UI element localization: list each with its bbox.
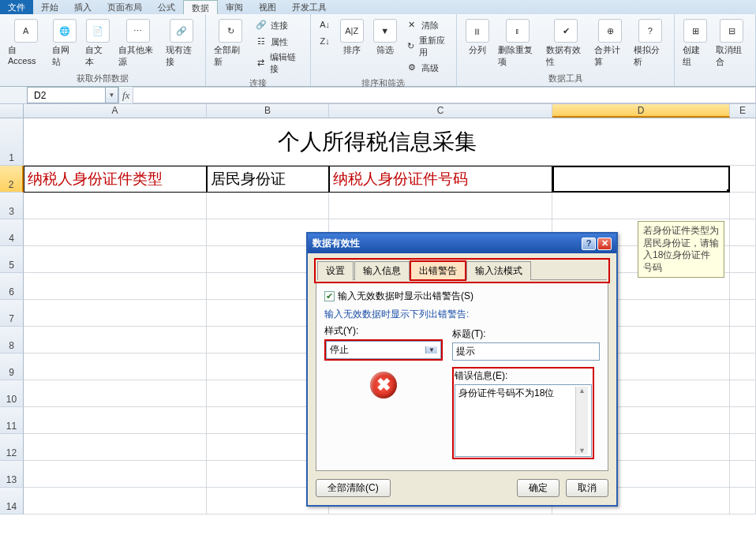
ribbon-group-outline: ⊞创建组 ⊟取消组合 — [675, 14, 756, 86]
remove-dup-button[interactable]: ⫾删除重复项 — [495, 17, 541, 69]
formula-input[interactable] — [133, 87, 756, 103]
error-msg-textarea[interactable]: 身份证件号码不为18位 ▲▼ — [455, 384, 592, 457]
col-header-d[interactable]: D — [552, 104, 730, 118]
ok-button[interactable]: 确定 — [517, 479, 560, 497]
formula-bar-row: D2 ▼ fx — [0, 87, 756, 104]
group-label-tools: 数据工具 — [462, 71, 669, 84]
ribbon-tab-formulas[interactable]: 公式 — [150, 0, 183, 14]
dialog-tabs: 设置 输入信息 出错警告 输入法模式 — [317, 261, 607, 280]
ungroup-button[interactable]: ⊟取消组合 — [713, 17, 750, 69]
row-header-6[interactable]: 6 — [0, 273, 24, 300]
stop-error-icon: ✖ — [370, 372, 397, 398]
group-label-outline — [679, 73, 750, 84]
row-header-1[interactable]: 1 — [0, 118, 24, 166]
cell-title[interactable]: 个人所得税信息采集 — [24, 118, 730, 166]
cell-e2[interactable] — [730, 166, 756, 193]
from-access-button[interactable]: A自 Access — [5, 17, 47, 67]
ribbon-group-external-data: A自 Access 🌐自网站 📄自文本 ⋯自其他来源 🔗现有连接 获取外部数据 — [0, 14, 206, 86]
section-label: 输入无效数据时显示下列出错警告: — [324, 308, 600, 321]
clear-filter-button[interactable]: ✕清除 — [402, 17, 451, 33]
row-header-4[interactable]: 4 — [0, 219, 24, 246]
ribbon-group-connections: ↻全部刷新 🔗连接 ☷属性 ⇄编辑链接 连接 — [206, 14, 310, 86]
spreadsheet-grid: A B C D E 1 个人所得税信息采集 2 纳税人身份证件类型 居民身份证 … — [0, 104, 756, 514]
clear-all-button[interactable]: 全部清除(C) — [316, 479, 391, 497]
show-error-label: 输入无效数据时显示出错警告(S) — [338, 290, 473, 303]
advanced-filter-button[interactable]: ⚙高级 — [402, 60, 451, 76]
ribbon-tab-insert[interactable]: 插入 — [66, 0, 99, 14]
textarea-scrollbar[interactable]: ▲▼ — [575, 387, 588, 455]
fx-icon[interactable]: fx — [122, 89, 129, 102]
dialog-tab-input-msg[interactable]: 输入信息 — [354, 261, 410, 280]
data-validation-button[interactable]: ✔数据有效性 — [543, 17, 589, 69]
from-text-button[interactable]: 📄自文本 — [82, 17, 114, 69]
row-header-10[interactable]: 10 — [0, 380, 24, 407]
sort-asc-button[interactable]: A↓ — [316, 17, 335, 33]
name-box[interactable]: D2 — [27, 87, 106, 103]
dialog-tab-error-alert[interactable]: 出错警告 — [410, 261, 466, 280]
style-label: 样式(Y): — [324, 324, 443, 338]
col-header-e[interactable]: E — [730, 104, 756, 118]
reapply-button[interactable]: ↻重新应用 — [402, 34, 451, 59]
cell-a2[interactable]: 纳税人身份证件类型 — [24, 166, 207, 193]
connections-button[interactable]: 🔗连接 — [252, 17, 305, 33]
sort-desc-button[interactable]: Z↓ — [316, 34, 335, 50]
ribbon: A自 Access 🌐自网站 📄自文本 ⋯自其他来源 🔗现有连接 获取外部数据 … — [0, 14, 756, 87]
data-validation-dialog: 数据有效性 ? ✕ 设置 输入信息 出错警告 输入法模式 ✔ 输入无效数据时显示… — [306, 232, 618, 507]
dialog-help-button[interactable]: ? — [582, 238, 596, 250]
title-label: 标题(T): — [452, 327, 600, 341]
filter-button[interactable]: ▼筛选 — [369, 17, 401, 58]
row-header-2[interactable]: 2 — [0, 166, 24, 193]
row-header-7[interactable]: 7 — [0, 300, 24, 327]
cell-d2-active[interactable] — [552, 166, 730, 193]
col-header-c[interactable]: C — [329, 104, 552, 118]
dialog-title-text: 数据有效性 — [313, 237, 360, 250]
ribbon-tab-view[interactable]: 视图 — [251, 0, 284, 14]
ribbon-tab-strip: 文件 开始 插入 页面布局 公式 数据 审阅 视图 开发工具 — [0, 0, 756, 14]
row-header-5[interactable]: 5 — [0, 246, 24, 273]
cell-c2[interactable]: 纳税人身份证件号码 — [329, 166, 552, 193]
cell-b2[interactable]: 居民身份证 — [207, 166, 329, 193]
input-message-tooltip: 若身份证件类型为居民身份证，请输入18位身份证件号码 — [638, 221, 724, 278]
from-other-button[interactable]: ⋯自其他来源 — [115, 17, 162, 69]
consolidate-button[interactable]: ⊕合并计算 — [591, 17, 630, 69]
dialog-tab-settings[interactable]: 设置 — [317, 261, 354, 280]
ribbon-tab-data[interactable]: 数据 — [183, 0, 218, 14]
properties-button[interactable]: ☷属性 — [252, 34, 305, 50]
col-header-b[interactable]: B — [207, 104, 329, 118]
row-header-9[interactable]: 9 — [0, 354, 24, 380]
ribbon-tab-dev[interactable]: 开发工具 — [284, 0, 335, 14]
sort-button[interactable]: A|Z排序 — [336, 17, 368, 58]
from-web-button[interactable]: 🌐自网站 — [49, 17, 80, 69]
row-header-8[interactable]: 8 — [0, 327, 24, 354]
ribbon-tab-file[interactable]: 文件 — [0, 0, 33, 14]
refresh-all-button[interactable]: ↻全部刷新 — [211, 17, 249, 69]
name-box-dropdown[interactable]: ▼ — [106, 87, 118, 103]
ribbon-group-data-tools: ⫼分列 ⫾删除重复项 ✔数据有效性 ⊕合并计算 ?模拟分析 数据工具 — [457, 14, 675, 86]
cell-e1[interactable] — [730, 118, 756, 166]
ribbon-tab-layout[interactable]: 页面布局 — [99, 0, 150, 14]
group-button[interactable]: ⊞创建组 — [679, 17, 711, 69]
ribbon-tab-home[interactable]: 开始 — [33, 0, 66, 14]
col-header-a[interactable]: A — [24, 104, 207, 118]
row-header-13[interactable]: 13 — [0, 461, 24, 488]
ribbon-tab-review[interactable]: 审阅 — [218, 0, 251, 14]
cancel-button[interactable]: 取消 — [566, 479, 608, 497]
row-header-11[interactable]: 11 — [0, 407, 24, 434]
row-header-14[interactable]: 14 — [0, 488, 24, 514]
dialog-titlebar[interactable]: 数据有效性 ? ✕ — [308, 234, 616, 253]
row-header-12[interactable]: 12 — [0, 434, 24, 461]
dialog-tab-ime[interactable]: 输入法模式 — [466, 261, 531, 280]
chevron-down-icon: ▼ — [425, 346, 437, 354]
style-combobox[interactable]: 停止 ▼ — [326, 341, 441, 359]
show-error-checkbox[interactable]: ✔ — [324, 291, 335, 301]
ribbon-group-sort-filter: A↓ Z↓ A|Z排序 ▼筛选 ✕清除 ↻重新应用 ⚙高级 排序和筛选 — [311, 14, 457, 86]
group-label-external: 获取外部数据 — [5, 71, 200, 84]
row-header-3[interactable]: 3 — [0, 193, 24, 219]
select-all-corner[interactable] — [0, 104, 24, 118]
text-to-columns-button[interactable]: ⫼分列 — [462, 17, 493, 58]
title-textbox[interactable]: 提示 — [452, 342, 600, 361]
edit-links-button[interactable]: ⇄编辑链接 — [252, 51, 305, 76]
existing-conn-button[interactable]: 🔗现有连接 — [163, 17, 200, 69]
dialog-close-button[interactable]: ✕ — [597, 238, 612, 250]
whatif-button[interactable]: ?模拟分析 — [631, 17, 669, 69]
